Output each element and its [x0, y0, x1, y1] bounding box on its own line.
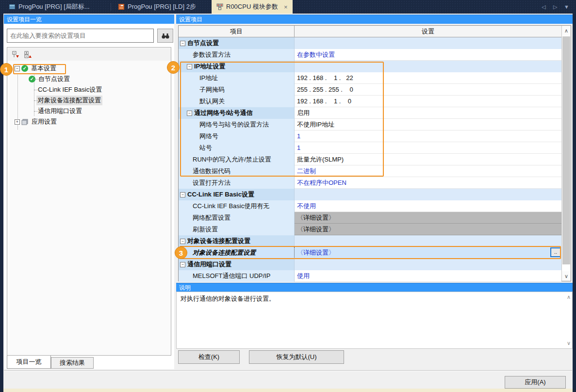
item-cell: MELSOFT通信端口 UDP/IP — [179, 270, 295, 282]
value-cell[interactable]: 〈详细设置〉 — [295, 224, 561, 235]
collapse-icon[interactable]: − — [180, 41, 185, 46]
item-label: CC-Link IEF Basic使用有无 — [193, 202, 269, 211]
value-cell[interactable]: 使用 — [295, 270, 561, 282]
table-row[interactable]: −通过网络号/站号通信启用 — [179, 107, 561, 119]
collapse-icon[interactable]: − — [187, 64, 192, 69]
table-row[interactable]: 设置打开方法不在程序中OPEN — [179, 177, 561, 189]
value-cell[interactable]: 1 — [295, 142, 561, 154]
item-cell: −通信用端口设置 — [179, 259, 295, 270]
tree-node-comm-port-setting[interactable]: 通信用端口设置 — [7, 106, 171, 116]
search-button[interactable] — [157, 29, 173, 43]
item-cell: −自节点设置 — [179, 37, 295, 49]
value-cell[interactable]: 255 . 255 . 255 . 0 — [295, 84, 561, 96]
tab-label: ProgPou [PRG] [局部标... — [18, 2, 90, 11]
tree-node-own-node-setting[interactable]: ✓ 自节点设置 — [7, 74, 171, 84]
tree-node-target-device-config[interactable]: 对象设备连接配置设置 — [7, 95, 171, 106]
settings-table: 项目 设置 −自节点设置参数设置方法在参数中设置−IP地址设置IP地址192 .… — [178, 25, 571, 281]
table-row[interactable]: 子网掩码255 . 255 . 255 . 0 — [179, 84, 561, 96]
tab-progpou-local-label[interactable]: ProgPou [PRG] [局部标... — [4, 0, 95, 14]
value-cell[interactable]: 不在程序中OPEN — [295, 177, 561, 189]
value-cell[interactable]: 不使用IP地址 — [295, 119, 561, 131]
apply-button[interactable]: 应用(A) — [505, 376, 566, 389]
item-cell: 通信数据代码 — [179, 165, 295, 177]
collapse-icon[interactable]: − — [180, 239, 185, 244]
value-cell[interactable] — [295, 235, 561, 247]
search-input[interactable] — [7, 29, 154, 43]
table-row[interactable]: RUN中的写入允许/禁止设置批量允许(SLMP) — [179, 154, 561, 165]
value-cell[interactable]: 1 — [295, 131, 561, 142]
expand-all-icon[interactable] — [24, 51, 33, 58]
desc-scroll-down-icon[interactable]: ∨ — [567, 340, 571, 346]
table-row[interactable]: −IP地址设置 — [179, 61, 561, 72]
ladder-program-icon — [118, 3, 125, 10]
item-cell: 网络号与站号的设置方法 — [179, 119, 295, 131]
scrollbar-thumb[interactable] — [562, 36, 570, 264]
restore-default-button[interactable]: 恢复为默认(U) — [249, 350, 344, 364]
scroll-up-icon[interactable]: ∧ — [562, 26, 571, 35]
collapse-icon[interactable]: − — [180, 262, 185, 267]
item-cell: CC-Link IEF Basic使用有无 — [179, 200, 295, 212]
table-row[interactable]: 刷新设置〈详细设置〉 — [179, 224, 561, 235]
tree-node-basic-settings[interactable]: − ✓ 基本设置 — [7, 63, 171, 74]
setting-tree: − ✓ 基本设置 ✓ 自节点设置 CC-Link IEF Basic设置 对象设… — [7, 63, 171, 127]
value-cell[interactable] — [295, 37, 561, 49]
value-cell[interactable] — [295, 259, 561, 270]
table-scrollbar[interactable]: ∧ ∨ — [561, 26, 571, 281]
item-cell: 站号 — [179, 142, 295, 154]
tab-close-icon[interactable]: × — [284, 3, 288, 11]
table-row[interactable]: 站号1 — [179, 142, 561, 154]
desc-scroll-up-icon[interactable]: ∧ — [567, 294, 571, 300]
table-row[interactable]: 默认网关192 . 168 . 1 . 0 — [179, 96, 561, 107]
item-label: 刷新设置 — [193, 225, 218, 234]
table-row[interactable]: 网络号与站号的设置方法不使用IP地址 — [179, 119, 561, 131]
table-row[interactable]: IP地址192 . 168 . 1 . 22 — [179, 72, 561, 84]
table-row[interactable]: −自节点设置 — [179, 37, 561, 49]
value-cell[interactable]: 二进制 — [295, 165, 561, 177]
collapse-all-icon[interactable] — [12, 51, 20, 58]
tab-scroll-right-icon[interactable]: ▷ — [553, 0, 557, 14]
value-cell[interactable]: 批量允许(SLMP) — [295, 154, 561, 165]
table-row[interactable]: −CC-Link IEF Basic设置 — [179, 189, 561, 200]
expand-icon[interactable]: + — [15, 119, 20, 125]
check-button[interactable]: 检查(K) — [178, 350, 240, 364]
tab-progpou-ld[interactable]: ProgPou [PRG] [LD] 2步 — [113, 0, 201, 14]
value-cell[interactable]: 不使用 — [295, 200, 561, 212]
item-label: 网络号 — [199, 132, 218, 141]
item-cell: 刷新设置 — [179, 224, 295, 235]
table-row[interactable]: −通信用端口设置 — [179, 259, 561, 270]
table-row[interactable]: 对象设备连接配置设置〈详细设置〉.. — [179, 247, 561, 259]
collapse-icon[interactable]: − — [180, 192, 185, 197]
tree-node-application-settings[interactable]: + 应用设置 — [7, 116, 171, 127]
scroll-down-icon[interactable]: ∨ — [562, 271, 571, 281]
tree-node-label: 自节点设置 — [37, 74, 71, 84]
item-cell: −对象设备连接配置设置 — [179, 235, 295, 247]
value-cell[interactable]: 在参数中设置 — [295, 49, 561, 61]
tab-list-menu-icon[interactable]: ▼ — [564, 0, 569, 14]
value-cell[interactable] — [295, 61, 561, 72]
tree-toolbar — [8, 48, 171, 61]
value-cell[interactable]: 启用 — [295, 107, 561, 119]
value-cell[interactable]: 〈详细设置〉.. — [295, 247, 561, 259]
table-row[interactable]: MELSOFT通信端口 UDP/IP使用 — [179, 270, 561, 282]
detail-browse-button[interactable]: .. — [550, 247, 561, 257]
table-row[interactable]: −对象设备连接配置设置 — [179, 235, 561, 247]
table-row[interactable]: 网络配置设置〈详细设置〉 — [179, 212, 561, 224]
tab-scroll-left-icon[interactable]: ◁ — [542, 0, 545, 14]
bottom-tab-search-result[interactable]: 搜索结果 — [51, 357, 94, 369]
collapse-icon[interactable]: − — [15, 66, 20, 71]
table-row[interactable]: 参数设置方法在参数中设置 — [179, 49, 561, 61]
value-cell[interactable] — [295, 189, 561, 200]
bottom-tab-item-list[interactable]: 项目一览 — [7, 356, 51, 369]
value-cell[interactable]: 192 . 168 . 1 . 0 — [295, 96, 561, 107]
table-row[interactable]: CC-Link IEF Basic使用有无不使用 — [179, 200, 561, 212]
tree-node-cclink-ief-basic[interactable]: CC-Link IEF Basic设置 — [7, 84, 171, 95]
tab-r00cpu-module-parameter[interactable]: R00CPU 模块参数 × — [212, 0, 293, 14]
table-row[interactable]: 网络号1 — [179, 131, 561, 142]
value-cell[interactable]: 〈详细设置〉 — [295, 212, 561, 224]
window-bottom-accent — [3, 389, 573, 392]
tree-connector — [34, 79, 39, 80]
collapse-icon[interactable]: − — [187, 111, 192, 116]
value-cell[interactable]: 192 . 168 . 1 . 22 — [295, 72, 561, 84]
item-label: 网络号与站号的设置方法 — [199, 120, 269, 129]
table-row[interactable]: 通信数据代码二进制 — [179, 165, 561, 177]
